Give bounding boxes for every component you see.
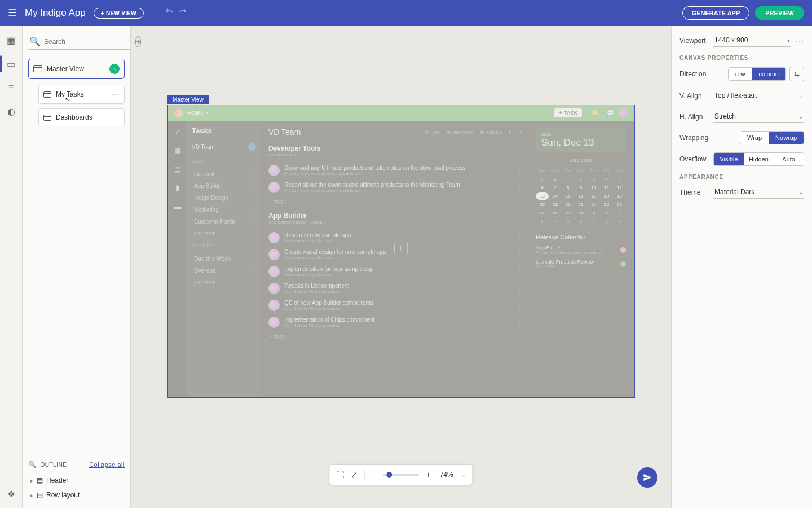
halign-select[interactable]: Stretch⌄ — [713, 110, 804, 123]
viewport-select[interactable]: 812 x 508▾ — [713, 34, 791, 47]
release-title: Release Calendar — [536, 234, 626, 240]
list-item[interactable]: Overdue⋮ — [192, 265, 256, 277]
more-icon[interactable]: ⋮ — [515, 301, 523, 310]
task-row[interactable]: QE of new App Builder componentsApp Buil… — [268, 297, 523, 314]
release-item[interactable]: App BuilderProduct download process expe… — [536, 245, 626, 255]
fit-icon[interactable]: ⛶ — [336, 470, 344, 479]
task-row[interactable]: Tweaks in List componentApp Builder UI C… — [268, 280, 523, 297]
search-input[interactable]: 🔍 — [28, 34, 130, 50]
grid-icon[interactable]: ▦ — [174, 146, 181, 155]
new-view-button[interactable]: + NEW VIEW — [94, 8, 144, 19]
folder-icon[interactable]: ▬ — [174, 202, 182, 211]
more-icon[interactable]: ⋮ — [515, 318, 523, 327]
wrapping-toggle[interactable]: Wrap Nowrap — [740, 131, 804, 144]
chat-icon[interactable]: 💬 — [606, 109, 615, 117]
undo-icon[interactable] — [162, 7, 176, 19]
list-icon[interactable]: ▤ — [174, 165, 181, 173]
task-row[interactable]: Download any Ultimate product and take n… — [268, 162, 523, 179]
add-task-button[interactable]: TASK — [270, 334, 523, 340]
views-panel: 🔍 + Master View ⌂ My Tasks ··· ↖ Dashboa… — [23, 26, 131, 508]
date-card: 2020 Sun, Dec 13 — [536, 128, 626, 152]
app-title: My Indigo App — [25, 7, 86, 19]
filter-icon[interactable]: ⚲ — [509, 130, 512, 135]
release-item[interactable]: Ultimate Products Review28.12.2020 — [536, 259, 626, 269]
overflow-toggle[interactable]: Visible Hidden Auto — [713, 152, 804, 166]
prev-month-icon[interactable]: ‹ — [537, 157, 539, 163]
page-icon — [43, 115, 51, 121]
next-month-icon[interactable]: › — [623, 157, 625, 163]
chart-icon[interactable]: ▮ — [176, 183, 180, 192]
task-row[interactable]: Implementation for new sample appNew sam… — [268, 263, 523, 280]
app-main: VD Team ▤ LIST ▥ SECTION ▦ FIELDS ⚲ ⋮ De… — [261, 121, 634, 397]
outline-item-row-layout[interactable]: ▸ ▤ Row layout — [28, 488, 125, 502]
list-item[interactable]: Indigo.Design⋮ — [192, 192, 256, 204]
components-icon[interactable]: ▦ — [5, 34, 17, 46]
theme-select[interactable]: Material Dark⌄ — [713, 186, 804, 199]
data-icon[interactable]: ≡ — [5, 81, 17, 94]
views-icon[interactable]: ▭ — [5, 58, 17, 70]
list-item[interactable]: General⋮ — [192, 168, 256, 180]
zoom-toolbar: ⛶ ⤢ − + 74% ⌄ — [329, 464, 473, 485]
zoom-slider[interactable] — [383, 474, 419, 476]
valign-select[interactable]: Top / flex-start⌄ — [713, 89, 804, 102]
add-filter-button[interactable]: FILTER — [194, 280, 256, 286]
add-task-button[interactable]: TASK — [270, 199, 523, 205]
chevron-down-icon[interactable]: ⌄ — [461, 472, 466, 478]
canvas-frame[interactable]: HOME ▾ TASK 🔔 💬 ✓ ▦ ▤ ▮ ▬ — [167, 105, 635, 398]
preview-button[interactable]: PREVIEW — [755, 6, 804, 20]
send-fab[interactable] — [637, 467, 657, 488]
direction-toggle[interactable]: row column — [728, 67, 786, 81]
more-icon[interactable]: ⋮ — [515, 183, 523, 192]
theme-icon[interactable]: ◐ — [5, 105, 17, 117]
view-list-option[interactable]: ▤ LIST — [425, 130, 440, 135]
outline-item-header[interactable]: ▸ ▤ Header — [28, 473, 125, 488]
team-row[interactable]: VD Team 3 — [192, 143, 256, 151]
home-badge-icon: ⌂ — [109, 64, 120, 74]
calendar[interactable]: SunMonTueWedThuFriSat2930123456789101112… — [536, 167, 626, 226]
app-sidebar: Tasks VD Team 3 LISTS General⋮ App Build… — [187, 121, 261, 397]
canvas-frame-label: Master View — [167, 95, 209, 104]
actual-size-icon[interactable]: ⤢ — [351, 470, 358, 479]
item-menu-icon[interactable]: ··· — [111, 90, 120, 99]
status-dot-icon — [620, 261, 626, 267]
bell-icon[interactable]: 🔔 — [591, 109, 599, 117]
tasks-icon[interactable]: ✓ — [175, 128, 181, 136]
subview-dashboards[interactable]: Dashboards — [38, 108, 125, 126]
zoom-in-icon[interactable]: + — [426, 470, 430, 479]
menu-icon[interactable]: ☰ — [8, 7, 17, 19]
list-item[interactable]: Due this Week⋮ — [192, 253, 256, 265]
view-section-option[interactable]: ▥ SECTION — [447, 130, 473, 135]
more-icon[interactable]: ⋮ — [515, 284, 523, 293]
app-header: HOME ▾ TASK 🔔 💬 — [168, 105, 634, 121]
avatar — [268, 266, 280, 277]
list-item[interactable]: App Builder⋮ — [192, 180, 256, 192]
list-item[interactable]: Marketing⋮ — [192, 204, 256, 216]
more-icon[interactable]: ⋮ — [519, 130, 523, 135]
master-view-card[interactable]: Master View ⌂ — [28, 59, 125, 79]
avatar — [268, 283, 280, 294]
task-row[interactable]: Implementation of Chips componentApp Bui… — [268, 314, 523, 331]
zoom-out-icon[interactable]: − — [372, 470, 376, 479]
subview-my-tasks[interactable]: My Tasks ··· ↖ — [38, 85, 125, 104]
new-task-button[interactable]: TASK — [554, 108, 582, 117]
outline-label: OUTLINE — [41, 462, 67, 468]
canvas-area[interactable]: Master View HOME ▾ TASK 🔔 💬 ✓ — [131, 26, 671, 508]
app-logo-icon — [174, 108, 183, 117]
redo-icon[interactable] — [176, 7, 189, 19]
add-filter-button[interactable]: FILTER — [194, 231, 256, 237]
properties-panel: Viewport 812 x 508▾ ··· CANVAS PROPERTI… — [671, 26, 812, 508]
more-icon[interactable]: ⋮ — [515, 233, 523, 242]
more-icon[interactable]: ⋮ — [515, 166, 523, 175]
generate-app-button[interactable]: GENERATE APP — [682, 6, 750, 20]
avatar[interactable] — [618, 108, 628, 118]
swap-icon[interactable]: ⇆ — [789, 67, 804, 81]
more-icon[interactable]: ⋮ — [515, 250, 523, 259]
more-icon[interactable]: ⋮ — [515, 267, 523, 276]
layers-icon[interactable]: ❖ — [5, 488, 17, 500]
chevron-right-icon: ▸ — [30, 478, 33, 484]
view-fields-option[interactable]: ▦ FIELDS — [480, 130, 502, 135]
collapse-all-link[interactable]: Collapse all — [89, 461, 125, 468]
more-icon[interactable]: ··· — [796, 36, 804, 45]
list-item[interactable]: Customer Portal⋮ — [192, 216, 256, 227]
task-row[interactable]: Report about the downloaded ultimate pro… — [268, 179, 523, 196]
